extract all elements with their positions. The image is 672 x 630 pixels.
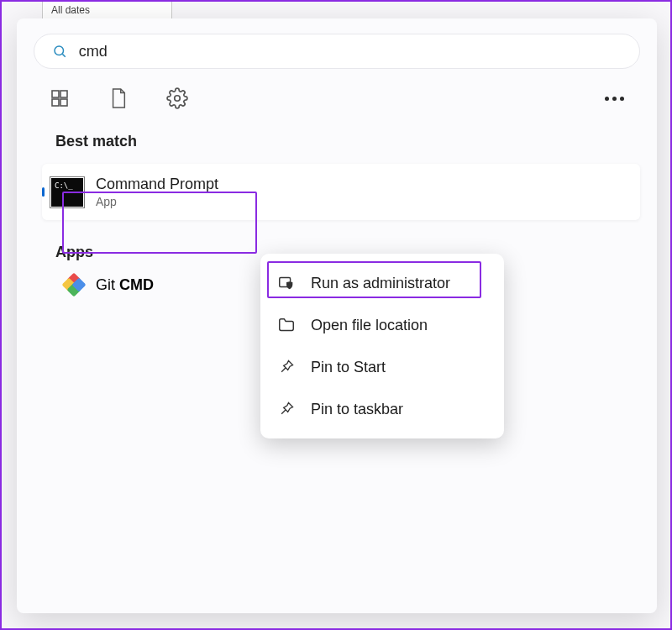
svg-rect-3	[60, 91, 67, 97]
result-title: Command Prompt	[96, 176, 218, 193]
svg-rect-2	[52, 91, 59, 97]
pin-icon	[277, 400, 296, 418]
result-subtitle: App	[96, 195, 218, 208]
apps-result-label: Git CMD	[96, 276, 154, 294]
svg-rect-4	[52, 99, 59, 106]
best-match-heading: Best match	[55, 133, 640, 150]
menu-open-file-location[interactable]: Open file location	[265, 304, 499, 346]
svg-point-6	[175, 96, 181, 102]
filter-toolbar	[34, 69, 640, 128]
folder-icon	[277, 316, 296, 334]
menu-item-label: Open file location	[311, 317, 428, 334]
menu-item-label: Pin to taskbar	[311, 401, 403, 418]
search-icon	[50, 40, 71, 62]
menu-item-label: Run as administrator	[311, 275, 450, 292]
menu-pin-to-taskbar[interactable]: Pin to taskbar	[265, 388, 499, 430]
svg-point-0	[55, 46, 64, 55]
apps-filter-icon[interactable]	[49, 87, 71, 109]
svg-line-1	[63, 54, 66, 56]
svg-rect-5	[60, 99, 67, 106]
best-match-result[interactable]: Command Prompt App	[42, 164, 640, 220]
pin-icon	[277, 358, 296, 376]
menu-item-label: Pin to Start	[311, 359, 386, 376]
menu-pin-to-start[interactable]: Pin to Start	[265, 346, 499, 388]
search-input[interactable]	[79, 43, 624, 60]
more-options-icon[interactable]	[603, 87, 625, 109]
menu-run-as-administrator[interactable]: Run as administrator	[265, 262, 499, 304]
documents-filter-icon[interactable]	[108, 87, 129, 109]
settings-filter-icon[interactable]	[166, 87, 188, 109]
admin-shield-icon	[277, 274, 296, 292]
search-box[interactable]	[34, 34, 640, 69]
git-cmd-icon	[64, 275, 84, 295]
command-prompt-icon	[50, 177, 84, 207]
context-menu: Run as administrator Open file location …	[260, 254, 504, 438]
